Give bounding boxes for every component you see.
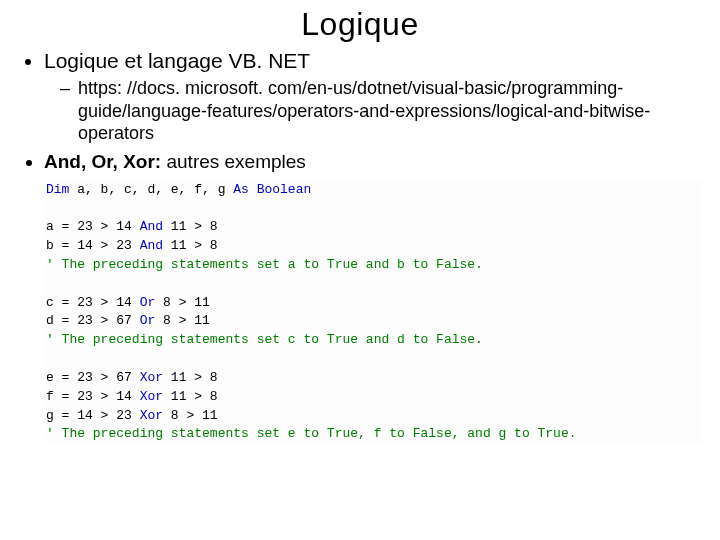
comment-efg: The preceding statements set e to True, … [54, 426, 577, 441]
kw-or: Or [140, 313, 156, 328]
kw-dim: Dim [46, 182, 69, 197]
comment-tick: ' [46, 332, 54, 347]
operators-label: And, Or, Xor: [44, 151, 161, 172]
bullet-logique-vbnet: Logique et langage VB. NET https: //docs… [44, 49, 702, 145]
bullet-text: Logique et langage VB. NET [44, 49, 310, 72]
bullet-list-2: And, Or, Xor: autres exemples [18, 151, 702, 173]
kw-xor: Xor [140, 370, 163, 385]
kw-and: And [140, 238, 163, 253]
code-d: d = 23 > 67 [46, 313, 140, 328]
code-b2: 11 > 8 [163, 238, 218, 253]
docs-link[interactable]: https: //docs. microsoft. com/en-us/dotn… [78, 77, 702, 145]
kw-as-boolean: As Boolean [233, 182, 311, 197]
kw-xor: Xor [140, 408, 163, 423]
code-g: g = 14 > 23 [46, 408, 140, 423]
code-g2: 8 > 11 [163, 408, 218, 423]
page-title: Logique [18, 6, 702, 43]
sub-bullet-list: https: //docs. microsoft. com/en-us/dotn… [44, 77, 702, 145]
code-d2: 8 > 11 [155, 313, 210, 328]
code-block: Dim a, b, c, d, e, f, g As Boolean a = 2… [46, 181, 702, 445]
code-f: f = 23 > 14 [46, 389, 140, 404]
code-vars: a, b, c, d, e, f, g [69, 182, 233, 197]
slide: Logique Logique et langage VB. NET https… [0, 0, 720, 452]
code-b: b = 14 > 23 [46, 238, 140, 253]
kw-xor: Xor [140, 389, 163, 404]
comment-ab: The preceding statements set a to True a… [54, 257, 483, 272]
bullet-list-1: Logique et langage VB. NET https: //docs… [18, 49, 702, 145]
code-f2: 11 > 8 [163, 389, 218, 404]
code-e: e = 23 > 67 [46, 370, 140, 385]
code-a2: 11 > 8 [163, 219, 218, 234]
code-c2: 8 > 11 [155, 295, 210, 310]
comment-tick: ' [46, 257, 54, 272]
comment-tick: ' [46, 426, 54, 441]
bullet-rest: autres exemples [161, 151, 306, 172]
comment-cd: The preceding statements set c to True a… [54, 332, 483, 347]
code-a: a = 23 > 14 [46, 219, 140, 234]
kw-or: Or [140, 295, 156, 310]
bullet-and-or-xor: And, Or, Xor: autres exemples [44, 151, 702, 173]
code-c: c = 23 > 14 [46, 295, 140, 310]
kw-and: And [140, 219, 163, 234]
code-e2: 11 > 8 [163, 370, 218, 385]
